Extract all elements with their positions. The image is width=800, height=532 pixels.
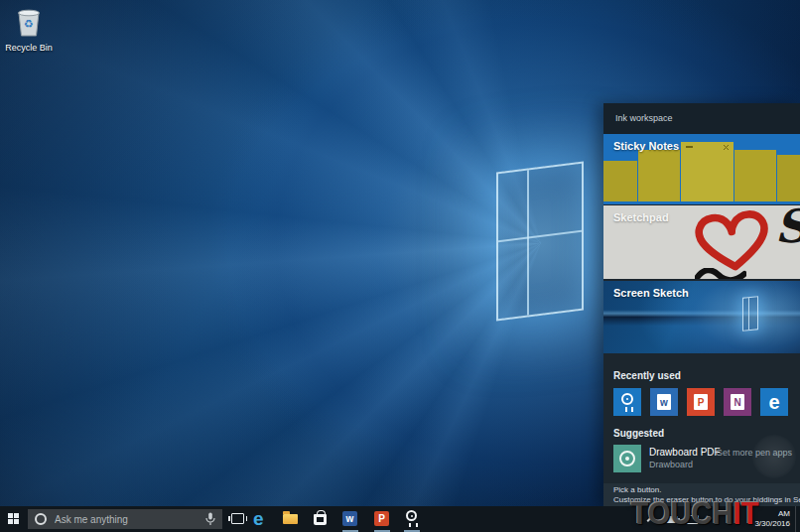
- tray-show-hidden-icons[interactable]: [643, 506, 661, 532]
- display-icon: [686, 515, 699, 524]
- recent-app-onenote[interactable]: N: [724, 388, 751, 416]
- taskbar-edge[interactable]: e: [249, 506, 273, 532]
- drawboard-icon: [613, 445, 641, 472]
- onenote-icon: N: [731, 394, 744, 410]
- search-input[interactable]: [47, 514, 205, 525]
- sketchpad-label: Sketchpad: [613, 211, 669, 223]
- recent-app-camera[interactable]: [613, 388, 641, 416]
- clock-time: AM: [731, 509, 790, 519]
- word-icon: w: [657, 394, 671, 410]
- footer-line2: Customize the eraser button to do your b…: [613, 495, 800, 504]
- screen-sketch-label: Screen Sketch: [613, 287, 689, 299]
- powerpoint-icon: P: [374, 511, 389, 526]
- blackletter-drawing-fragment: S: [775, 205, 800, 253]
- taskbar-camera-app[interactable]: [400, 506, 424, 532]
- svg-text:♻: ♻: [24, 18, 34, 30]
- cortana-icon: [35, 513, 47, 525]
- recent-app-word[interactable]: w: [650, 388, 678, 416]
- store-bag-icon: [314, 514, 327, 525]
- sticky-note: [603, 161, 637, 201]
- taskbar-store[interactable]: [309, 506, 333, 532]
- suggested-app-subtitle: Drawboard: [649, 460, 693, 469]
- task-view-icon: [231, 513, 244, 524]
- suggested-label: Suggested: [613, 428, 664, 439]
- recent-app-powerpoint[interactable]: P: [687, 388, 715, 416]
- footer-line1: Pick a button.: [613, 485, 661, 494]
- powerpoint-icon: P: [694, 394, 708, 410]
- tray-clock[interactable]: AM 3/30/2016: [731, 509, 790, 529]
- ink-squiggle: [695, 268, 746, 279]
- recycle-bin-label: Recycle Bin: [2, 43, 56, 53]
- desktop: ♻ Recycle Bin Ink workspace Sticky Notes…: [0, 0, 800, 532]
- microphone-icon[interactable]: [205, 512, 215, 526]
- tray-display[interactable]: [683, 506, 701, 532]
- word-icon: w: [342, 511, 357, 526]
- show-desktop-button[interactable]: [795, 506, 800, 532]
- edge-icon: e: [768, 392, 779, 412]
- task-view-button[interactable]: [226, 506, 250, 532]
- recycle-bin-icon[interactable]: ♻ Recycle Bin: [2, 6, 56, 53]
- folder-icon: [283, 514, 298, 524]
- battery-icon: [666, 516, 678, 523]
- trash-can-icon: ♻: [14, 6, 44, 38]
- sticky-note: [681, 142, 733, 201]
- webcam-icon: [406, 510, 417, 521]
- sticky-note: [734, 150, 776, 201]
- taskbar-powerpoint[interactable]: P: [370, 506, 394, 532]
- screenshot-window-logo: [742, 296, 758, 332]
- ink-workspace-header: Ink workspace: [603, 103, 800, 134]
- ink-workspace-panel: Ink workspace Sticky Notes S Sketchpad S…: [603, 103, 800, 506]
- sticky-note: [638, 150, 680, 201]
- recent-app-edge[interactable]: e: [760, 388, 788, 416]
- panel-footer: Pick a button. Customize the eraser butt…: [603, 483, 800, 506]
- taskbar: e w P AM 3/30/2016: [0, 506, 800, 532]
- chevron-up-icon: [647, 516, 657, 526]
- sticky-notes-card[interactable]: Sticky Notes: [603, 134, 800, 204]
- sticky-notes-label: Sticky Notes: [613, 140, 679, 152]
- edge-icon: e: [253, 508, 264, 530]
- ink-workspace-title: Ink workspace: [615, 113, 673, 123]
- webcam-icon: [621, 393, 633, 405]
- sketchpad-card[interactable]: S Sketchpad: [603, 205, 800, 279]
- screen-sketch-card[interactable]: Screen Sketch: [603, 281, 800, 353]
- taskbar-file-explorer[interactable]: [279, 506, 303, 532]
- tray-battery[interactable]: [663, 506, 681, 532]
- taskbar-word[interactable]: w: [338, 506, 362, 532]
- clock-date: 3/30/2016: [731, 519, 790, 529]
- cortana-search-box[interactable]: [28, 509, 222, 529]
- wallpaper-window-logo: [496, 162, 584, 322]
- sticky-note: [777, 155, 800, 201]
- start-button[interactable]: [0, 506, 28, 532]
- recently-used-label: Recently used: [613, 370, 681, 381]
- touch-indicator: [752, 435, 796, 478]
- windows-logo-icon: [8, 513, 20, 525]
- suggested-app-title: Drawboard PDF: [649, 447, 721, 458]
